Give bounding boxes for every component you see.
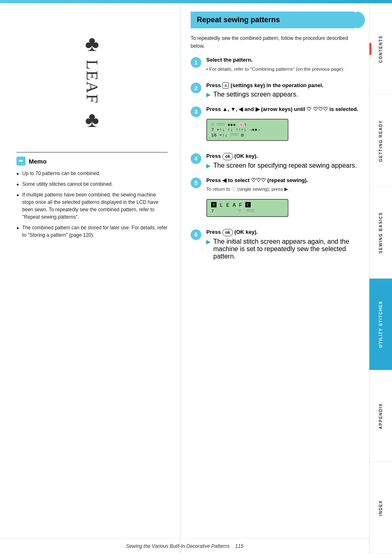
step-1-content: Select the pattern. • For details, refer… bbox=[206, 56, 361, 74]
step-2-content: Press ≡ (settings key) in the operation … bbox=[206, 82, 361, 98]
footer-text: Sewing the Various Built-In Decorative P… bbox=[126, 543, 230, 549]
memo-item-1: Up to 70 patterns can be combined. bbox=[16, 170, 168, 177]
step-6-title: Press ok (OK key). bbox=[206, 229, 361, 236]
step-3: 3 Press ▲, ▼, ◀ and ▶ (arrow keys) until… bbox=[191, 106, 361, 145]
step-number-2: 2 bbox=[191, 83, 201, 93]
step-2: 2 Press ≡ (settings key) in the operatio… bbox=[191, 82, 361, 98]
sidebar-label-index: INDEX bbox=[378, 500, 383, 516]
memo-section: ✏ Memo Up to 70 patterns can be combined… bbox=[16, 152, 168, 239]
right-panel: Repeat sewing patterns To repeatedly sew… bbox=[180, 3, 369, 554]
lcd-display-1: ♡ ♡♡♡ ♦♦♦ 🌸! 7 +↑↓ ↑↓ ↑↑↑↓ →♦♦→ 16 +↑↓ ♡… bbox=[206, 119, 288, 141]
sidebar-section-getting-ready[interactable]: GETTING READY bbox=[369, 95, 392, 187]
step-2-title: Press ≡ (settings key) in the operation … bbox=[206, 82, 361, 89]
sidebar-label-utility-stitches: UTILITY STITCHES bbox=[378, 301, 383, 348]
sidebar-section-contents[interactable]: CONTENTS bbox=[369, 3, 392, 95]
step-6-arrow: ▶ The initial stitch screen appears agai… bbox=[206, 238, 361, 260]
memo-title: ✏ Memo bbox=[16, 157, 168, 166]
arrow-icon-2: ▶ bbox=[206, 91, 211, 98]
step-2-arrow-text: The settings screen appears. bbox=[213, 91, 298, 98]
step-5-title: Press ◀ to select ♡♡♡ (repeat sewing). bbox=[206, 177, 361, 184]
step-number-4: 4 bbox=[191, 153, 201, 164]
memo-icon: ✏ bbox=[16, 157, 25, 166]
sidebar-label-getting-ready: GETTING READY bbox=[378, 120, 383, 162]
sidebar: CONTENTS GETTING READY SEWING BASICS UTI… bbox=[369, 3, 392, 554]
step-1-detail: • For details, refer to "Combining patte… bbox=[206, 66, 361, 73]
sidebar-section-appendix[interactable]: APPENDIX bbox=[369, 370, 392, 462]
section-title: Repeat sewing patterns bbox=[191, 12, 361, 28]
step-4-content: Press ok (OK key). ▶ The screen for spec… bbox=[206, 152, 361, 169]
intro-text: To repeatedly sew the combined pattern, … bbox=[191, 35, 361, 50]
step-5-content: Press ◀ to select ♡♡♡ (repeat sewing). T… bbox=[206, 177, 361, 221]
step-4: 4 Press ok (OK key). ▶ The screen for sp… bbox=[191, 152, 361, 169]
step-3-title: Press ▲, ▼, ◀ and ▶ (arrow keys) until ♡… bbox=[206, 106, 361, 113]
step-5: 5 Press ◀ to select ♡♡♡ (repeat sewing).… bbox=[191, 177, 361, 221]
lcd-row-2: 7 +↑↓ ↑↓ ↑↑↑↓ →♦♦→ bbox=[211, 127, 284, 132]
footer-page-number: 115 bbox=[235, 543, 243, 549]
memo-item-2: Some utility stitches cannot be combined… bbox=[16, 180, 168, 188]
sidebar-section-utility-stitches[interactable]: UTILITY STITCHES bbox=[369, 279, 392, 370]
arrow-icon-6: ▶ bbox=[206, 238, 211, 245]
step-2-arrow: ▶ The settings screen appears. bbox=[206, 91, 361, 98]
lcd-row-5: 7 ♡ ♡♡♡ bbox=[211, 208, 284, 214]
step-number-3: 3 bbox=[191, 106, 201, 117]
step-3-content: Press ▲, ▼, ◀ and ▶ (arrow keys) until ♡… bbox=[206, 106, 361, 145]
ok-button-4: ok bbox=[222, 153, 233, 160]
step-5-detail: To return to ♡ (single sewing), press ▶ … bbox=[206, 186, 361, 193]
memo-heading: Memo bbox=[29, 158, 46, 165]
step-6-arrow-text: The initial stitch screen appears again,… bbox=[213, 238, 361, 260]
step-number-6: 6 bbox=[191, 229, 201, 240]
page-layout: ♣ LEAF ♣ ✏ Memo Up to 70 patterns can be… bbox=[0, 3, 392, 554]
footer: Sewing the Various Built-In Decorative P… bbox=[0, 538, 369, 554]
sidebar-label-appendix: APPENDIX bbox=[378, 403, 383, 429]
memo-item-3: If multiple patterns have been combined,… bbox=[16, 191, 168, 221]
step-1: 1 Select the pattern. • For details, ref… bbox=[191, 56, 361, 74]
arrow-icon-4: ▶ bbox=[206, 162, 211, 169]
step-4-title: Press ok (OK key). bbox=[206, 152, 361, 160]
memo-list: Up to 70 patterns can be combined. Some … bbox=[16, 170, 168, 239]
lcd-row-4: 🅽 L E A F 🅺 bbox=[211, 202, 284, 208]
step-1-title: Select the pattern. bbox=[206, 56, 361, 64]
sidebar-label-contents: CONTENTS bbox=[378, 35, 383, 63]
step-number-5: 5 bbox=[191, 178, 201, 188]
left-panel: ♣ LEAF ♣ ✏ Memo Up to 70 patterns can be… bbox=[0, 3, 180, 554]
lcd-display-2: 🅽 L E A F 🅺 7 ♡ ♡♡♡ bbox=[206, 199, 288, 217]
sidebar-section-index[interactable]: INDEX bbox=[369, 462, 392, 554]
sidebar-section-sewing-basics[interactable]: SEWING BASICS bbox=[369, 187, 392, 279]
sidebar-label-sewing-basics: SEWING BASICS bbox=[378, 212, 383, 254]
step-4-arrow-text: The screen for specifying repeat sewing … bbox=[213, 162, 357, 169]
lcd-row-3: 16 +↑↓ ♡♡♡ ⊡ bbox=[211, 132, 284, 138]
memo-item-4: The combined pattern can be stored for l… bbox=[16, 224, 168, 239]
ok-button-6: ok bbox=[222, 229, 233, 236]
step-6-content: Press ok (OK key). ▶ The initial stitch … bbox=[206, 229, 361, 260]
top-bar bbox=[0, 0, 392, 3]
step-6: 6 Press ok (OK key). ▶ The initial stitc… bbox=[191, 229, 361, 260]
lcd-row-1: ♡ ♡♡♡ ♦♦♦ 🌸! bbox=[211, 122, 284, 127]
leaf-display: ♣ LEAF ♣ bbox=[16, 16, 168, 144]
step-number-1: 1 bbox=[191, 57, 201, 68]
contents-indicator bbox=[369, 43, 371, 55]
step-4-arrow: ▶ The screen for specifying repeat sewin… bbox=[206, 162, 361, 169]
